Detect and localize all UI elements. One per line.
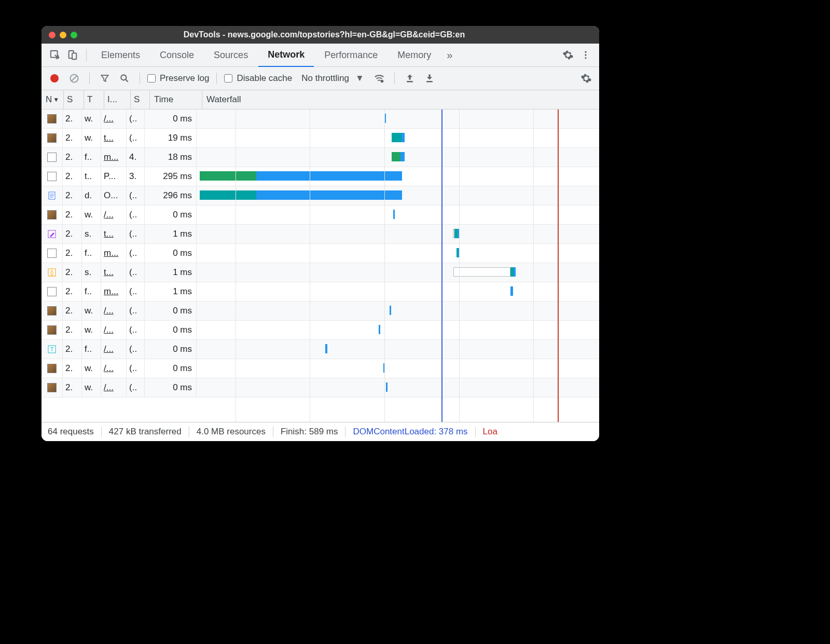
file-icon: T: [42, 340, 63, 359]
request-row[interactable]: 2.w./...(..0 ms: [42, 321, 599, 340]
clear-icon[interactable]: [66, 71, 82, 86]
maximize-window[interactable]: [71, 32, 77, 38]
cell-waterfall: [197, 263, 599, 282]
cell-type: f..: [82, 244, 101, 263]
file-icon: [42, 167, 63, 186]
record-button[interactable]: [47, 71, 62, 86]
cell-type: f..: [82, 282, 101, 301]
close-window[interactable]: [49, 32, 56, 38]
cell-status: 2.: [63, 378, 82, 397]
cell-waterfall: [197, 378, 599, 397]
cell-type: w.: [82, 109, 101, 128]
titlebar: DevTools - news.google.com/topstories?hl…: [42, 26, 599, 44]
cell-time: 0 ms: [145, 359, 197, 378]
cell-time: 19 ms: [145, 129, 197, 147]
status-transferred: 427 kB transferred: [102, 427, 189, 437]
download-har-icon[interactable]: [422, 71, 437, 86]
cell-time: 1 ms: [145, 263, 197, 282]
request-row[interactable]: 2.d.O...(..296 ms: [42, 186, 599, 205]
dropdown-triangle-icon: ▼: [355, 73, 364, 84]
col-time[interactable]: Time: [150, 90, 202, 109]
svg-point-10: [380, 80, 383, 83]
cell-initiator: t...: [101, 129, 127, 147]
cell-initiator: t...: [101, 263, 127, 282]
col-name[interactable]: N▼: [42, 90, 64, 109]
cell-time: 296 ms: [145, 186, 197, 205]
cell-initiator: m...: [101, 282, 127, 301]
cell-time: 0 ms: [145, 205, 197, 224]
cell-time: 0 ms: [145, 302, 197, 320]
disable-cache-checkbox[interactable]: Disable cache: [224, 73, 292, 84]
status-resources: 4.0 MB resources: [189, 427, 273, 437]
panel-settings-icon[interactable]: [578, 71, 594, 86]
request-row[interactable]: 2.w./...(..0 ms: [42, 205, 599, 225]
col-initiator[interactable]: I...: [104, 90, 131, 109]
cell-type: f..: [82, 148, 101, 167]
preserve-log-checkbox[interactable]: Preserve log: [147, 73, 209, 84]
cell-status: 2.: [63, 359, 82, 378]
cell-status: 2.: [63, 282, 82, 301]
search-icon[interactable]: [117, 71, 132, 86]
more-tabs-icon[interactable]: »: [441, 49, 458, 61]
col-size[interactable]: S: [131, 90, 150, 109]
device-toggle-icon[interactable]: [64, 47, 81, 63]
cell-status: 2.: [63, 186, 82, 205]
cell-size: (..: [127, 263, 145, 282]
cell-size: (..: [127, 244, 145, 263]
cell-size: (..: [127, 186, 145, 205]
file-icon: [42, 129, 63, 147]
cell-size: 4.: [127, 148, 145, 167]
cell-initiator: m...: [101, 244, 127, 263]
request-row[interactable]: T2.f../...(..0 ms: [42, 340, 599, 359]
request-row[interactable]: 2.w./...(..0 ms: [42, 109, 599, 129]
tab-performance[interactable]: Performance: [315, 44, 387, 66]
network-toolbar: Preserve log Disable cache No throttling…: [42, 67, 599, 90]
col-waterfall[interactable]: Waterfall: [202, 90, 599, 109]
file-icon: [42, 321, 63, 339]
cell-initiator: /...: [101, 378, 127, 397]
cell-type: w.: [82, 205, 101, 224]
col-type[interactable]: T: [84, 90, 104, 109]
col-status[interactable]: S: [64, 90, 84, 109]
minimize-window[interactable]: [60, 32, 66, 38]
cell-time: 0 ms: [145, 244, 197, 263]
request-row[interactable]: 2.f..m...(..0 ms: [42, 244, 599, 263]
filter-icon[interactable]: [97, 71, 113, 86]
tab-console[interactable]: Console: [150, 44, 203, 66]
svg-point-5: [585, 57, 586, 59]
request-row[interactable]: 2.f..m...4.18 ms: [42, 148, 599, 167]
request-row[interactable]: {}2.s.t...(..1 ms: [42, 263, 599, 282]
upload-har-icon[interactable]: [402, 71, 418, 86]
panel-tabs: ElementsConsoleSourcesNetworkPerformance…: [42, 44, 599, 67]
inspect-icon[interactable]: [47, 47, 63, 63]
cell-status: 2.: [63, 148, 82, 167]
cell-initiator: t...: [101, 225, 127, 243]
window-controls: [49, 32, 77, 38]
network-conditions-icon[interactable]: [371, 71, 387, 86]
request-row[interactable]: 2.s.t...(..1 ms: [42, 225, 599, 244]
table-header: N▼ S T I... S Time Waterfall: [42, 90, 599, 109]
cell-initiator: P...: [101, 167, 127, 186]
throttling-select[interactable]: No throttling ▼: [301, 73, 364, 84]
cell-initiator: /...: [101, 321, 127, 339]
request-row[interactable]: 2.w.t...(..19 ms: [42, 129, 599, 148]
tab-elements[interactable]: Elements: [92, 44, 149, 66]
tab-network[interactable]: Network: [258, 43, 314, 67]
request-row[interactable]: 2.t..P...3.295 ms: [42, 167, 599, 186]
cell-size: (..: [127, 205, 145, 224]
svg-text:T: T: [50, 346, 54, 352]
cell-status: 2.: [63, 129, 82, 147]
settings-icon[interactable]: [560, 47, 576, 63]
cell-size: (..: [127, 129, 145, 147]
kebab-menu-icon[interactable]: [577, 47, 594, 63]
cell-waterfall: [197, 340, 599, 359]
request-row[interactable]: 2.w./...(..0 ms: [42, 302, 599, 321]
cell-type: w.: [82, 302, 101, 320]
request-row[interactable]: 2.w./...(..0 ms: [42, 359, 599, 378]
request-row[interactable]: 2.f..m...(..1 ms: [42, 282, 599, 302]
tab-sources[interactable]: Sources: [204, 44, 257, 66]
tab-memory[interactable]: Memory: [388, 44, 440, 66]
cell-time: 0 ms: [145, 109, 197, 128]
cell-waterfall: [197, 129, 599, 147]
request-row[interactable]: 2.w./...(..0 ms: [42, 378, 599, 398]
